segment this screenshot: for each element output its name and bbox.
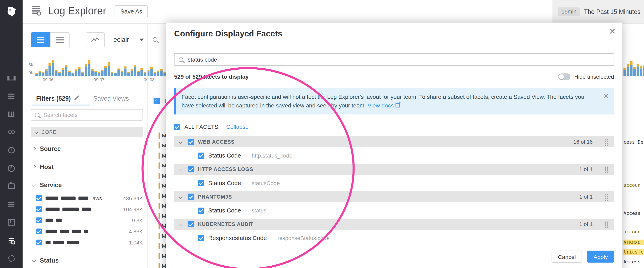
view-docs-link[interactable]: View docs xyxy=(368,102,394,109)
log-detail-fragment: trics|c xyxy=(623,249,644,255)
facet-checkbox-checked[interactable] xyxy=(198,208,204,214)
org-people-icon[interactable] xyxy=(7,128,16,136)
sidebar-icon-list xyxy=(0,23,22,262)
all-facets-checkbox-checked[interactable] xyxy=(174,124,180,130)
group-checkbox-checked[interactable] xyxy=(188,221,194,227)
watchdog-icon[interactable] xyxy=(7,74,16,82)
datadog-dog-logo-icon xyxy=(5,6,18,17)
table-view-button[interactable] xyxy=(50,32,70,47)
histogram-bar xyxy=(45,69,48,76)
hide-unselected-toggle[interactable] xyxy=(558,73,570,80)
hide-controls-button[interactable]: H xyxy=(154,98,166,104)
chevron-down-icon[interactable] xyxy=(178,222,182,226)
facet-section-service[interactable]: Service xyxy=(31,179,143,190)
chevron-down-icon[interactable] xyxy=(178,167,182,171)
tab-saved-views[interactable]: Saved Views xyxy=(93,95,129,102)
service-name-suffix: _aws xyxy=(90,195,102,201)
log-row[interactable]: Ma xyxy=(158,202,166,210)
drag-handle-icon[interactable] xyxy=(605,194,608,200)
log-row[interactable]: Ma xyxy=(158,262,166,268)
dashboards-gauge-icon[interactable] xyxy=(7,165,16,172)
facet-checkbox-checked[interactable] xyxy=(198,152,204,159)
log-row[interactable]: Ma xyxy=(158,171,166,180)
left-panel-tabs: Filters (529) Saved Views xyxy=(36,95,129,102)
chevron-down-icon[interactable] xyxy=(178,140,182,144)
modal-search-input[interactable] xyxy=(187,56,579,63)
close-icon[interactable]: × xyxy=(609,26,616,37)
time-range-label: The Past 15 Minutes xyxy=(584,8,640,15)
log-row[interactable]: Ma xyxy=(158,212,166,220)
service-facet-value[interactable]: 104.93K xyxy=(31,205,143,214)
logs-book-icon[interactable] xyxy=(7,219,16,226)
redacted-text xyxy=(46,230,57,233)
banner-close-icon[interactable]: × xyxy=(604,92,609,100)
collapse-link[interactable]: Collapse xyxy=(226,124,248,130)
facet-group-web-access: WEB ACCESS 16 of 16 Status Code http.sta… xyxy=(174,136,614,164)
log-row[interactable]: Ma xyxy=(158,242,166,250)
facet-checkbox-checked[interactable] xyxy=(198,180,204,186)
service-facet-value[interactable]: 9.3K xyxy=(31,216,143,225)
search-icon[interactable] xyxy=(153,37,157,42)
histogram-bar xyxy=(163,72,166,76)
facet-checkbox-checked[interactable] xyxy=(198,235,204,241)
group-checkbox-checked[interactable] xyxy=(188,139,194,145)
datadog-logo[interactable] xyxy=(0,0,22,23)
facet-label: Responsestatus Code xyxy=(208,235,267,241)
apply-button[interactable]: Apply xyxy=(588,251,614,263)
histogram-bar xyxy=(82,72,84,76)
service-facet-value[interactable]: 1.04K xyxy=(31,238,143,247)
core-section-header[interactable]: CORE xyxy=(31,127,143,137)
log-row[interactable]: Ma xyxy=(158,161,166,170)
integrations-plug-icon[interactable] xyxy=(7,183,16,190)
drag-handle-icon[interactable] xyxy=(605,166,608,172)
chevron-down-icon[interactable] xyxy=(178,195,182,199)
log-row[interactable]: Ma xyxy=(158,141,166,150)
checkbox-checked[interactable] xyxy=(36,218,42,223)
log-row[interactable]: Ma xyxy=(158,192,166,200)
drag-handle-icon[interactable] xyxy=(605,139,608,145)
checkbox-checked[interactable] xyxy=(36,206,42,212)
status-chip xyxy=(158,263,160,268)
checkbox-checked[interactable] xyxy=(36,195,42,201)
facet-section-status[interactable]: Status xyxy=(31,254,143,266)
facet-section-host[interactable]: Host xyxy=(31,161,143,172)
drag-handle-icon[interactable] xyxy=(605,221,608,227)
log-explorer-icon[interactable] xyxy=(7,237,16,244)
log-row[interactable]: Ma xyxy=(158,222,166,230)
facet-section-source[interactable]: Source xyxy=(31,143,143,154)
log-detail-fragment: accoun xyxy=(623,182,641,188)
group-checkbox-checked[interactable] xyxy=(188,166,194,172)
error-tracking-icon[interactable] xyxy=(7,146,16,154)
log-row[interactable]: Ma xyxy=(158,232,166,240)
redacted-text xyxy=(60,230,69,233)
notebook-icon[interactable] xyxy=(7,92,16,100)
service-facet-value[interactable]: 4.86K xyxy=(31,227,143,236)
checkbox-checked[interactable] xyxy=(36,229,42,234)
edit-pencil-icon[interactable] xyxy=(74,96,78,100)
facet-group-header: HTTP ACCESS LOGS 1 of 1 xyxy=(174,164,614,175)
histogram-bar xyxy=(140,68,143,76)
log-row[interactable]: Ma xyxy=(158,252,166,260)
checkbox-checked[interactable] xyxy=(36,240,42,246)
list-view-button[interactable] xyxy=(31,32,50,47)
log-row[interactable]: Ma xyxy=(158,131,166,139)
metrics-chart-icon[interactable] xyxy=(7,110,16,118)
service-facet-value[interactable]: _aws 436.34K xyxy=(31,194,143,203)
facet-field-path: responseStatus.code xyxy=(278,235,330,241)
pipelines-stack-icon[interactable] xyxy=(7,201,16,208)
log-message: Ma xyxy=(162,263,166,268)
eclair-dropdown[interactable]: eclair xyxy=(109,32,148,47)
time-range-picker[interactable]: 15min The Past 15 Minutes xyxy=(552,0,644,23)
log-row[interactable]: Ma xyxy=(158,182,166,190)
cancel-button[interactable]: Cancel xyxy=(552,251,582,263)
save-as-button[interactable]: Save As xyxy=(114,5,148,17)
pipelines-stack-icon xyxy=(8,202,14,207)
log-volume-histogram[interactable] xyxy=(35,60,166,76)
settings-gear-icon[interactable] xyxy=(7,255,16,262)
histogram-bar xyxy=(624,68,626,76)
log-row[interactable]: Ma xyxy=(158,151,166,160)
tab-filters[interactable]: Filters (529) xyxy=(36,95,78,102)
timeseries-view-button[interactable] xyxy=(86,32,105,47)
facet-search-input[interactable] xyxy=(43,111,126,118)
group-checkbox-checked[interactable] xyxy=(188,194,194,200)
